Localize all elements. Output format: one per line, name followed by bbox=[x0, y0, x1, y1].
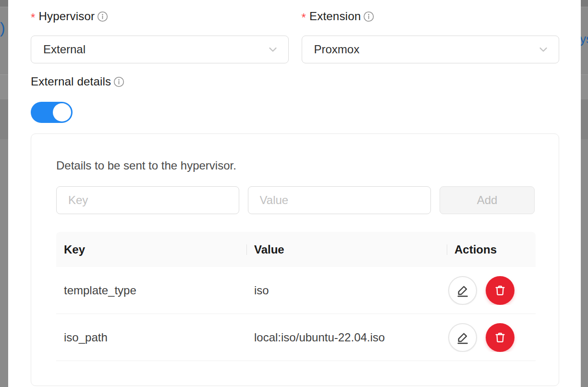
dimmed-band bbox=[581, 99, 588, 139]
form-row: * Hypervisor External bbox=[31, 9, 559, 63]
hypervisor-selected-value: External bbox=[43, 43, 86, 56]
table-header-row: Key Value Actions bbox=[56, 232, 536, 267]
info-icon[interactable] bbox=[113, 76, 124, 87]
pencil-icon bbox=[455, 283, 470, 298]
dimmed-header-band bbox=[0, 0, 8, 7]
details-table: Key Value Actions template_type iso bbox=[56, 232, 536, 361]
dimmed-band bbox=[0, 75, 8, 99]
table-header-key: Key bbox=[56, 243, 246, 256]
hypervisor-label: * Hypervisor bbox=[31, 9, 289, 24]
modal-dialog: * Hypervisor External bbox=[8, 0, 581, 387]
divider bbox=[0, 74, 8, 75]
dimmed-band bbox=[581, 75, 588, 99]
field-extension: * Extension Proxmox bbox=[302, 9, 560, 63]
required-asterisk: * bbox=[31, 11, 36, 24]
pencil-icon bbox=[455, 330, 470, 345]
extension-select[interactable]: Proxmox bbox=[302, 36, 560, 63]
required-asterisk: * bbox=[302, 11, 306, 24]
value-input[interactable] bbox=[248, 186, 431, 214]
extension-label-text: Extension bbox=[309, 10, 361, 23]
table-header-actions: Actions bbox=[447, 243, 536, 256]
edit-button[interactable] bbox=[448, 323, 477, 352]
row-value-cell: local:iso/ubuntu-22.04.iso bbox=[246, 331, 447, 344]
chevron-down-icon bbox=[537, 43, 550, 56]
delete-button[interactable] bbox=[486, 276, 514, 305]
delete-button[interactable] bbox=[486, 323, 514, 352]
table-header-value: Value bbox=[246, 243, 447, 256]
extension-selected-value: Proxmox bbox=[314, 43, 360, 56]
info-icon[interactable] bbox=[363, 11, 374, 22]
row-actions-cell bbox=[447, 276, 536, 305]
add-button[interactable]: Add bbox=[440, 186, 535, 214]
trash-icon bbox=[493, 331, 507, 344]
key-value-entry-row: Add bbox=[56, 186, 535, 214]
toggle-knob bbox=[53, 103, 71, 121]
table-row: iso_path local:iso/ubuntu-22.04.iso bbox=[56, 314, 536, 361]
row-key-cell: iso_path bbox=[56, 331, 246, 344]
divider bbox=[0, 7, 8, 7]
hypervisor-select[interactable]: External bbox=[31, 36, 289, 63]
external-details-label: External details bbox=[31, 74, 559, 89]
panel-description: Details to be sent to the hypervisor. bbox=[56, 159, 535, 172]
table-row: template_type iso bbox=[56, 267, 536, 314]
extension-label: * Extension bbox=[302, 9, 560, 24]
hypervisor-details-panel: Details to be sent to the hypervisor. Ad… bbox=[31, 133, 559, 386]
divider bbox=[581, 74, 588, 75]
key-input[interactable] bbox=[56, 186, 239, 214]
row-key-cell: template_type bbox=[56, 284, 246, 297]
row-value-cell: iso bbox=[246, 284, 447, 297]
dimmed-page-left-edge: ) bbox=[0, 0, 8, 387]
trash-icon bbox=[493, 284, 507, 297]
edit-button[interactable] bbox=[448, 276, 477, 305]
divider bbox=[581, 7, 588, 7]
chevron-down-icon bbox=[266, 43, 280, 56]
row-actions-cell bbox=[447, 323, 536, 352]
field-hypervisor: * Hypervisor External bbox=[31, 9, 289, 63]
background-link-fragment: ys bbox=[581, 32, 588, 47]
hypervisor-label-text: Hypervisor bbox=[39, 10, 95, 23]
external-details-toggle[interactable] bbox=[31, 102, 73, 123]
info-icon[interactable] bbox=[97, 11, 108, 22]
dimmed-page-right-edge: ys bbox=[581, 0, 588, 387]
dimmed-band bbox=[0, 99, 8, 139]
dimmed-header-band bbox=[581, 0, 588, 7]
background-link-fragment: ) bbox=[0, 19, 5, 37]
external-details-label-text: External details bbox=[31, 75, 111, 88]
